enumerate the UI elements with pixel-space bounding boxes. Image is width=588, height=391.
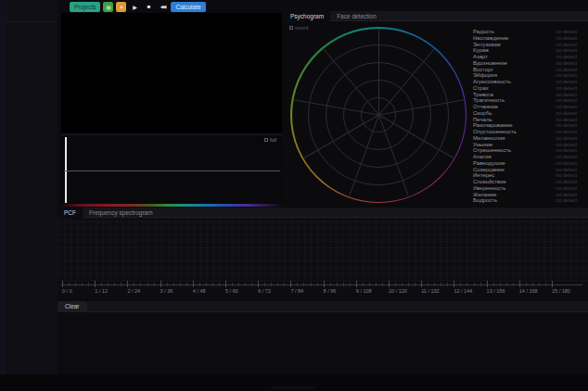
tick-label: 7 / 84 (290, 288, 303, 294)
waveform-color-strip (62, 204, 281, 207)
emotion-row: Разочарование no detect (473, 122, 581, 129)
tick-mark (389, 281, 390, 287)
tick-mark (127, 281, 128, 287)
emotion-row: Бодрость no detect (473, 197, 581, 204)
emotion-value: no detect (556, 79, 577, 84)
tick-mark (324, 281, 325, 287)
emotion-name: Вдохновение (473, 60, 507, 66)
stop-button[interactable]: ■ (143, 2, 154, 12)
emotion-value: no detect (556, 129, 577, 134)
tick-label: 4 / 48 (193, 288, 206, 294)
emotion-row: Апатия no detect (473, 154, 581, 160)
emotion-value: no detect (556, 192, 577, 197)
bottom-artifact (271, 386, 315, 389)
video-preview (61, 13, 282, 132)
tab-face-detection[interactable]: Face detection (330, 11, 383, 21)
emotion-value: no detect (556, 197, 577, 203)
emotion-list: Радость no detect Наслаждение no detect … (473, 29, 581, 204)
emotion-row: Уверенность no detect (473, 185, 581, 192)
tick-mark (193, 281, 194, 287)
emotion-name: Агрессивность (473, 79, 511, 84)
tick-mark (225, 281, 226, 287)
spectrogram-x-axis: 0 / 0 1 / 12 2 / 24 3 / 36 (58, 281, 588, 297)
tick-label: 14 / 168 (519, 288, 538, 294)
tab-pcf[interactable]: PCF (58, 208, 83, 218)
axis-tick: 15 / 180 (552, 281, 570, 294)
emotion-name: Желание (473, 192, 496, 197)
tick-mark (421, 281, 422, 287)
sidebar-edge-strip (0, 0, 6, 391)
emotion-row: Трагичность no detect (473, 97, 581, 104)
spectrogram-tabbar: PCF Frequency spectrogram (58, 208, 588, 218)
emotion-value: no detect (556, 179, 577, 184)
emotion-row: Кураж no detect (473, 47, 581, 54)
emotion-name: Уныние (473, 142, 492, 147)
emotion-name: Энтузиазм (473, 42, 501, 47)
rewind-button[interactable]: ◀◀ (157, 2, 168, 12)
emotion-value: no detect (556, 54, 577, 59)
emotion-name: Азарт (473, 54, 488, 59)
emotion-name: Восторг (473, 67, 493, 72)
axis-tick: 1 / 12 (95, 281, 108, 294)
tick-mark (519, 281, 520, 287)
axis-tick: 7 / 84 (290, 281, 303, 294)
tick-label: 15 / 180 (552, 288, 570, 294)
emotion-row: Эйфория no detect (473, 72, 581, 79)
emotion-name: Уверенность (473, 185, 505, 191)
emotion-row: Энтузиазм no detect (473, 42, 581, 48)
emotion-name: Наслаждение (473, 35, 508, 41)
psychogram-tabbar: Psychogram Face detection (284, 11, 588, 21)
emotion-name: Отрешенность (473, 147, 511, 153)
checkbox-icon (264, 138, 268, 142)
axis-tick: 12 / 144 (454, 281, 472, 294)
brightness-icon: ✶ (119, 4, 123, 10)
emotion-row: Агрессивность no detect (473, 79, 581, 85)
tick-mark (160, 281, 161, 287)
radar-grid (290, 27, 467, 203)
emotion-value: no detect (556, 67, 577, 72)
bottom-strip (0, 374, 588, 391)
emotion-row: Уныние no detect (473, 142, 581, 148)
calculate-button[interactable]: Calculate (171, 2, 205, 12)
emotion-row: Равнодушие no detect (473, 160, 581, 167)
emotion-row: Созерцание no detect (473, 167, 581, 173)
emotion-value: no detect (556, 97, 577, 103)
radar-spoke (378, 29, 379, 115)
emotion-name: Равнодушие (473, 160, 505, 166)
projects-button[interactable]: Projects (70, 2, 100, 12)
spectrogram-plot[interactable] (58, 219, 588, 281)
sidebar-top-row (6, 0, 58, 22)
emotion-row: Спокойствие no detect (473, 179, 581, 185)
save-button[interactable]: ▤ (103, 2, 113, 12)
tick-mark (258, 281, 259, 287)
emotion-value: no detect (556, 154, 577, 159)
tab-psychogram[interactable]: Psychogram (284, 11, 330, 21)
play-button[interactable]: ▶ (129, 2, 140, 12)
emotion-value: no detect (556, 160, 577, 166)
emotion-row: Отрешенность no detect (473, 147, 581, 154)
tick-label: 6 / 72 (258, 288, 271, 294)
emotion-row: Вдохновение no detect (473, 60, 581, 67)
emotion-name: Эйфория (473, 72, 497, 78)
psychogram-radar (290, 27, 467, 203)
emotion-name: Созерцание (473, 167, 505, 172)
full-checkbox[interactable]: full (264, 137, 276, 143)
tab-frequency-spectrogram[interactable]: Frequency spectrogram (83, 208, 160, 218)
emotion-value: no detect (556, 42, 577, 47)
emotion-row: Радость no detect (473, 29, 581, 35)
rewind-icon: ◀◀ (160, 4, 166, 9)
axis-tick: 14 / 168 (519, 281, 538, 294)
waveform-panel[interactable]: full (61, 134, 282, 207)
clear-panel: Clear (58, 301, 588, 374)
clear-bar: Clear (58, 301, 588, 312)
axis-tick: 2 / 24 (127, 281, 140, 294)
tick-label: 9 / 108 (356, 288, 372, 294)
brightness-button[interactable]: ✶ (116, 2, 126, 12)
axis-tick: 11 / 132 (421, 281, 439, 294)
clear-button[interactable]: Clear (58, 301, 87, 312)
emotion-name: Печаль (473, 117, 492, 122)
axis-tick: 9 / 108 (356, 281, 372, 294)
axis-tick: 5 / 60 (225, 281, 238, 294)
tick-label: 1 / 12 (95, 288, 108, 294)
tick-label: 12 / 144 (454, 288, 472, 294)
